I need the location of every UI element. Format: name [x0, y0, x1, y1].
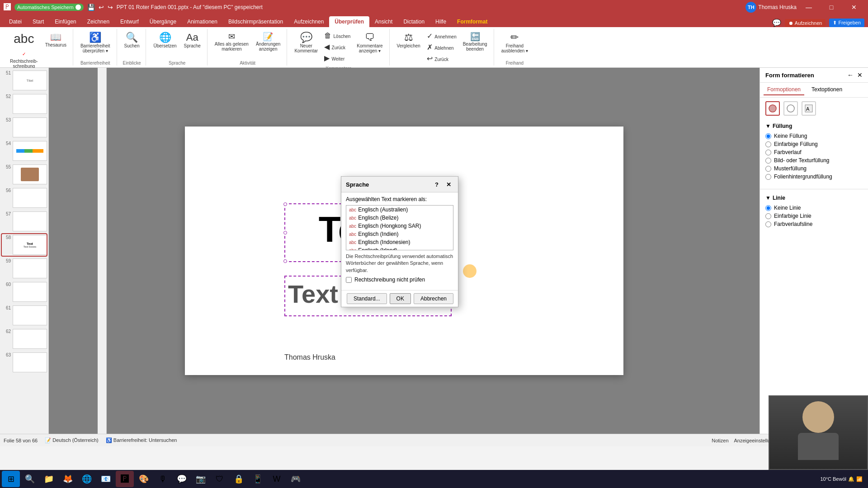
save-icon[interactable]: 💾 [87, 4, 95, 11]
folienhintergrund-option[interactable]: Folienhintergrundfüllung [765, 174, 863, 180]
keine-linie-radio[interactable] [765, 205, 771, 211]
tab-datei[interactable]: Datei [4, 16, 27, 27]
ablehnen-button[interactable]: ✗ Ablehnen [425, 42, 458, 52]
lang-item-hongkong[interactable]: abc Englisch (Hongkong SAR) [346, 222, 453, 230]
tab-formoptionen[interactable]: Formoptionen [764, 84, 804, 95]
no-spellcheck-checkbox[interactable] [346, 277, 352, 283]
taskbar-app1[interactable]: 🔒 [230, 471, 248, 487]
taskbar-app3[interactable]: 🎮 [287, 471, 305, 487]
effects-shape-icon[interactable]: A [802, 101, 816, 116]
lang-item-indien[interactable]: abc Englisch (Indien) [346, 230, 453, 238]
slide-thumb-61[interactable]: 61 [2, 305, 47, 326]
slide-thumb-51[interactable]: 51 Titel [2, 70, 47, 91]
slide-thumb-63[interactable]: 63 [2, 352, 47, 373]
einfarbige-fullung-radio[interactable] [765, 141, 771, 147]
standard-button[interactable]: Standard... [347, 293, 387, 304]
muster-radio[interactable] [765, 166, 771, 172]
bearbeitung-beenden-button[interactable]: 🔚 Bearbeitungbeenden [460, 31, 490, 53]
lang-item-indonesien[interactable]: abc Englisch (Indonesien) [346, 238, 453, 246]
close-button[interactable]: ✕ [844, 0, 864, 14]
redo-icon[interactable]: ↪ [108, 4, 113, 11]
taskbar-outlook[interactable]: 📧 [97, 471, 115, 487]
slide-thumb-53[interactable]: 53 [2, 117, 47, 138]
tab-aufzeichnen[interactable]: Aufzeichnen [288, 16, 329, 27]
tab-ansicht[interactable]: Ansicht [369, 16, 398, 27]
tab-uebergaenge[interactable]: Übergänge [144, 16, 182, 27]
einfarbige-linie-option[interactable]: Einfarbige Linie [765, 213, 863, 219]
freihand-button[interactable]: ✏ Freihandausblenden ▾ [499, 31, 531, 55]
dialog-close-button[interactable]: ✕ [443, 179, 453, 189]
accessibility-status[interactable]: ♿ Barrierefreiheit: Untersuchen [106, 437, 177, 443]
tab-zeichnen[interactable]: Zeichnen [82, 16, 115, 27]
bild-textur-radio[interactable] [765, 158, 771, 164]
taskbar-search[interactable]: 🔍 [21, 471, 39, 487]
keine-fullung-option[interactable]: Keine Füllung [765, 133, 863, 139]
uebersetzen-button[interactable]: 🌐 Übersetzen [151, 31, 179, 50]
slide-thumb-52[interactable]: 52 [2, 93, 47, 115]
slide-thumb-60[interactable]: 60 [2, 281, 47, 303]
cancel-button[interactable]: Abbrechen [414, 293, 453, 304]
keine-linie-option[interactable]: Keine Linie [765, 205, 863, 211]
taskbar-shield[interactable]: 🛡 [211, 471, 229, 487]
fill-shape-icon[interactable] [765, 101, 780, 116]
taskbar-mic[interactable]: 🎙 [154, 471, 172, 487]
start-button[interactable]: ⊞ [2, 471, 20, 487]
vergleichen-button[interactable]: ⚖ Vergleichen [394, 31, 423, 50]
record-button[interactable]: ⏺ Aufzeichnen [785, 19, 826, 27]
farbverlauf-radio[interactable] [765, 150, 771, 155]
taskbar-powerpoint[interactable]: 🅿 [116, 471, 134, 487]
barrierefreiheit-button[interactable]: ♿ Barrierefreiheitüberprüfen ▾ [78, 31, 113, 55]
neuer-kommentar-button[interactable]: 💬 NeuerKommentar [292, 31, 321, 55]
tab-entwurf[interactable]: Entwurf [115, 16, 144, 27]
comments-icon[interactable]: 💬 [772, 19, 781, 27]
minimize-button[interactable]: — [798, 0, 819, 14]
sprache-button[interactable]: Aa Sprache [181, 31, 203, 50]
taskbar-camera[interactable]: 📷 [192, 471, 210, 487]
slide-thumb-55[interactable]: 55 [2, 164, 47, 185]
canvas-area[interactable]: Text Text boxes Thomas Hruska Sprache ? … [49, 68, 760, 434]
taskbar-explorer[interactable]: 📁 [40, 471, 58, 487]
slide-thumb-62[interactable]: 62 [2, 328, 47, 350]
tab-einfuegen[interactable]: Einfügen [49, 16, 81, 27]
maximize-button[interactable]: □ [821, 0, 842, 14]
suchen-button[interactable]: 🔍 Suchen [122, 31, 142, 50]
fullung-title[interactable]: ▼ Füllung [765, 123, 863, 129]
kommentare-anzeigen-button[interactable]: 🗨 Kommentareanzeigen ▾ [354, 31, 385, 55]
taskbar-chrome[interactable]: 🌐 [78, 471, 96, 487]
taskbar-draw[interactable]: 🎨 [135, 471, 153, 487]
muster-option[interactable]: Musterfüllung [765, 165, 863, 172]
taskbar-app2[interactable]: 📱 [249, 471, 267, 487]
thesaurus-button[interactable]: 📖 Thesaurus [42, 31, 69, 49]
taskbar-teams[interactable]: 💬 [173, 471, 191, 487]
loeschen-button[interactable]: 🗑 Löschen [322, 31, 352, 41]
bild-textur-option[interactable]: Bild- oder Texturfüllung [765, 157, 863, 164]
tab-bildschirm[interactable]: Bildschirmpräsentation [223, 16, 288, 27]
slide-thumb-57[interactable]: 57 [2, 211, 47, 232]
weiter-button[interactable]: ▶ Weiter [322, 53, 352, 63]
tab-dictation[interactable]: Dictation [398, 16, 430, 27]
slide-thumb-56[interactable]: 56 [2, 187, 47, 209]
dialog-help-button[interactable]: ? [432, 179, 442, 189]
farbverlaufslinie-option[interactable]: Farbverlaufsline [765, 221, 863, 227]
keine-fullung-radio[interactable] [765, 133, 771, 139]
undo-icon[interactable]: ↩ [99, 4, 104, 11]
annehmen-button[interactable]: ✓ Annehmen [425, 31, 458, 41]
tab-ueberpruefen[interactable]: Überprüfen [329, 16, 369, 27]
outline-shape-icon[interactable] [783, 101, 798, 116]
panel-close-icon[interactable]: ✕ [857, 71, 863, 79]
zurueck2-button[interactable]: ↩ Zurück [425, 53, 458, 64]
autosave-toggle[interactable]: Automatisches Speichern [14, 4, 84, 11]
wifi-icon[interactable]: 📶 [856, 476, 863, 482]
tab-start[interactable]: Start [27, 16, 49, 27]
panel-back-icon[interactable]: ← [847, 71, 854, 79]
taskbar-word[interactable]: W [268, 471, 286, 487]
slide-thumb-58[interactable]: 58 Text Text boxes [2, 234, 47, 256]
lang-item-irland[interactable]: abc Englisch (Irland) [346, 246, 453, 250]
farbverlaufslinie-radio[interactable] [765, 221, 771, 227]
zurueck-button[interactable]: ◀ Zurück [322, 42, 352, 52]
dialog-language-list[interactable]: abc Englisch (Australien) abc Englisch (… [346, 205, 453, 250]
folienhintergrund-radio[interactable] [765, 174, 771, 180]
rechtschreibung-button[interactable]: abc✓ Rechtschreib-schreibung [7, 31, 41, 70]
einfarbige-linie-radio[interactable] [765, 213, 771, 219]
slide-thumb-59[interactable]: 59 [2, 258, 47, 279]
